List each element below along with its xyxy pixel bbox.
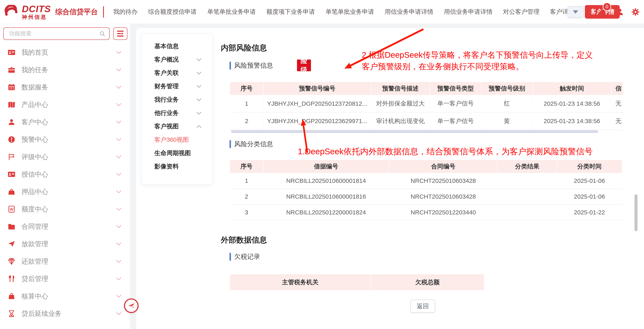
- paper-plane-icon: [8, 240, 16, 248]
- top-tab[interactable]: 用信业务申请详情: [444, 8, 492, 16]
- submenu-item-label: 客户360视图: [154, 136, 189, 144]
- submenu-item-label: 基本信息: [154, 42, 179, 50]
- top-tab[interactable]: 对公客户管理: [503, 8, 540, 16]
- function-search: [3, 27, 110, 40]
- section-risk-warning-label: 风险预警信息: [234, 61, 273, 70]
- logo-company: DCITS: [22, 4, 51, 13]
- sidebar-item[interactable]: 预警中心: [0, 131, 130, 148]
- top-tab[interactable]: 我的待办: [113, 8, 138, 16]
- sidebar-item[interactable]: 授信中心: [0, 166, 130, 183]
- sidebar-collapse-button[interactable]: [124, 299, 138, 313]
- section-risk-warning: 风险预警信息 高风险级客户: [230, 61, 273, 70]
- sidebar-item[interactable]: 放款管理: [0, 235, 130, 253]
- chevron-down-icon: [116, 277, 121, 281]
- submenu-item-label: 我行业务: [154, 96, 179, 104]
- chevron-down-icon: [116, 260, 121, 263]
- search-input[interactable]: [4, 28, 93, 39]
- sidebar-item[interactable]: 还款管理: [0, 253, 130, 270]
- chevron-down-icon: [116, 173, 121, 176]
- sidebar-item[interactable]: W额度中心: [0, 200, 130, 218]
- logo-divider: [103, 6, 104, 18]
- doc-w-icon: W: [8, 205, 16, 213]
- user-controls: 0: [568, 0, 640, 24]
- submenu-item[interactable]: 客户视图: [142, 120, 213, 133]
- user-icon[interactable]: [616, 7, 624, 16]
- section-tax-arrears: 欠税记录: [230, 252, 260, 261]
- column-header: 序号: [230, 82, 263, 95]
- table-cell: YJBHYJXH_DGP20250123629971...: [263, 112, 371, 130]
- submenu-item[interactable]: 客户关联: [142, 66, 213, 80]
- collapse-arrow-icon: [127, 302, 135, 310]
- high-risk-customer-badge: 高风险级客户: [297, 59, 311, 71]
- column-header: 分类结果: [498, 160, 557, 173]
- briefcase-icon: [8, 66, 16, 74]
- sidebar-item[interactable]: 评级中心: [0, 148, 130, 166]
- notifications-button[interactable]: 0: [598, 6, 609, 18]
- menu-collapse-button[interactable]: [113, 27, 128, 40]
- table-cell: NRCBILL2025010600001814: [263, 173, 389, 189]
- table-cell: 1: [230, 95, 263, 112]
- sidebar-item[interactable]: 我的首页: [0, 44, 130, 61]
- submenu-item[interactable]: 他行业务: [142, 106, 213, 120]
- risk-classification-table: 序号借据编号合同编号分类结果分类时间1NRCBILL20250106000018…: [230, 160, 623, 248]
- h-scrollbar-thumb[interactable]: [231, 130, 598, 133]
- id-card-icon: [8, 49, 16, 56]
- sidebar-item[interactable]: 客户中心: [0, 113, 130, 131]
- content-panel: 基本信息客户概况客户关联财务管理我行业务他行业务客户视图客户360视图生命周期视…: [136, 28, 644, 329]
- table-cell: 2: [230, 189, 263, 205]
- table-row[interactable]: 2YJBHYJXH_DGP20250123629971...审计机构出现变化单一…: [230, 112, 623, 130]
- v-scrollbar-thumb[interactable]: [634, 194, 638, 231]
- table-row[interactable]: 1NRCBILL2025010600001814NRCHT20250106034…: [230, 173, 622, 189]
- sidebar-item[interactable]: 贷后延续业务: [0, 305, 130, 322]
- chevron-down-icon: [116, 225, 121, 228]
- sidebar-item-label: 我的任务: [22, 65, 48, 74]
- sidebar-item[interactable]: 产品中心: [0, 96, 130, 113]
- gear-icon[interactable]: [631, 7, 640, 16]
- sidebar-item[interactable]: 核算中心: [0, 288, 130, 305]
- svg-text:W: W: [10, 207, 13, 211]
- section-risk-classification-label: 风险分类信息: [234, 140, 273, 149]
- table-header-row: 序号预警信号编号预警信号描述预警信号类型预警信号级别触发时间信: [230, 82, 623, 95]
- sidebar-item[interactable]: 贷后管理: [0, 270, 130, 288]
- table-cell: 2025-01-23 14:38:56: [532, 112, 611, 130]
- table-cell: 审计机构出现变化: [371, 112, 430, 130]
- logo: DCITS 神州信息 综合信贷平台: [0, 4, 113, 20]
- submenu-item[interactable]: 我行业务: [142, 93, 213, 106]
- column-header: 主管税务机关: [230, 274, 371, 290]
- table-row[interactable]: 1YJBHYJXH_DGP20250123720812...对外担保金额过大单一…: [230, 95, 623, 112]
- product-title: 综合信贷平台: [55, 7, 98, 16]
- table-cell: 2025-01-23 14:38:56: [532, 95, 611, 112]
- top-tab[interactable]: 综合额度授信申请: [148, 8, 197, 16]
- chevron-down-icon: [196, 98, 201, 101]
- column-header: 预警信号描述: [371, 82, 430, 95]
- table-row[interactable]: 2NRCBILL2025010600001816NRCHT20250106034…: [230, 189, 622, 205]
- back-button[interactable]: 返回: [410, 300, 435, 313]
- sidebar-item[interactable]: 数据服务: [0, 78, 130, 96]
- submenu-item[interactable]: 客户360视图: [142, 133, 213, 146]
- top-tab[interactable]: 单笔单批业务申请: [326, 8, 374, 16]
- chevron-up-icon: [196, 125, 201, 128]
- column-header: 预警信号类型: [430, 82, 481, 95]
- sidebar-item-label: 贷后管理: [22, 274, 48, 284]
- top-tab[interactable]: 额度项下业务申请: [266, 8, 315, 16]
- tabs-overflow-dropdown[interactable]: [568, 6, 584, 18]
- folder-icon: [8, 223, 16, 230]
- sidebar-item[interactable]: 合同管理: [0, 218, 130, 235]
- annotation-1: 1.DeepSeek依托内外部数据信息，结合预警信号体系，为客户探测风险预警信号: [298, 146, 626, 157]
- section-tax-arrears-label: 欠税记录: [234, 252, 260, 261]
- submenu-item[interactable]: 影像资料: [142, 160, 213, 173]
- table-cell: 单一客户信号: [430, 95, 481, 112]
- sidebar-item[interactable]: 我的任务: [0, 61, 130, 78]
- table-cell: NRCBILL2025010600001816: [263, 189, 389, 205]
- table-row[interactable]: 3NRCBILL2025012200001824NRCHT20250122034…: [230, 205, 622, 220]
- chevron-down-icon: [116, 138, 121, 141]
- sidebar-item[interactable]: 押品中心: [0, 183, 130, 200]
- submenu-item[interactable]: 财务管理: [142, 80, 213, 93]
- submenu-item[interactable]: 客户概况: [142, 53, 213, 66]
- submenu-item[interactable]: 基本信息: [142, 39, 213, 53]
- top-tab[interactable]: 用信业务申请详情: [385, 8, 433, 16]
- top-tab[interactable]: 单笔单批业务申请: [207, 8, 256, 16]
- submenu-item[interactable]: 生命周期视图: [142, 146, 213, 160]
- table-cell: [498, 189, 557, 205]
- table-cell: 1: [230, 173, 263, 189]
